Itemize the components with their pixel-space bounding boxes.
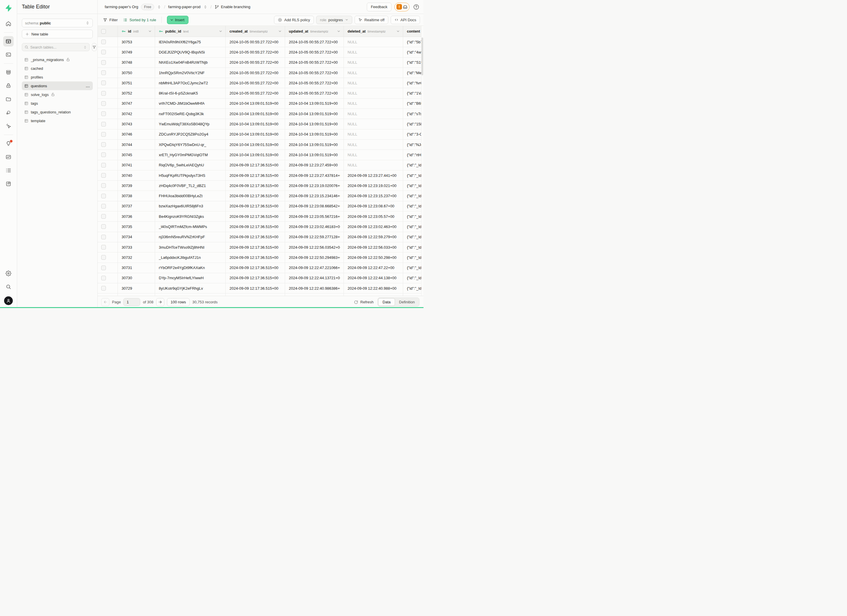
cell-updated_at[interactable]: 2024-09-09 12:23:02.46183+00 xyxy=(285,222,344,231)
cell-updated_at[interactable]: 2024-09-09 12:22:56.03542+00 xyxy=(285,242,344,252)
schema-select[interactable]: schema: public xyxy=(22,19,93,27)
cell-content[interactable]: {"id":"B6tr6eEFLrOVgeUmH xyxy=(403,99,424,109)
cell-created_at[interactable]: 2024-09-09 12:17:36.515+00 xyxy=(226,201,285,211)
cell-deleted_at[interactable]: 2024-09-09 12:23:15.237+00 xyxy=(344,191,403,201)
cell-updated_at[interactable]: 2024-10-05 00:55:27.722+00 xyxy=(285,78,344,88)
sidebar-table-questions[interactable]: questions... xyxy=(22,81,93,90)
cell-content[interactable]: {"id":"_Id9aLyJpMHQLaiQC xyxy=(403,283,424,293)
cell-id[interactable]: 30748 xyxy=(118,57,155,68)
sidebar-item-reports[interactable] xyxy=(3,152,14,162)
cell-updated_at[interactable]: 2024-09-09 12:22:50.294983+00 xyxy=(285,252,344,262)
org-switcher-icon[interactable] xyxy=(157,5,161,9)
row-checkbox[interactable] xyxy=(101,152,106,157)
supabase-logo-icon[interactable] xyxy=(4,3,13,13)
cell-deleted_at[interactable]: 2024-09-09 12:23:27.441+00 xyxy=(344,171,403,180)
cell-public_id[interactable]: zHDq4c0F0VBF_TL2_dBZ1 xyxy=(155,181,226,190)
row-checkbox[interactable] xyxy=(101,122,106,127)
cell-deleted_at[interactable]: 2024-09-09 12:22:40.988+00 xyxy=(344,283,403,293)
cell-public_id[interactable]: 1hnRQjxSRm2V0VticY2NF xyxy=(155,68,226,78)
row-checkbox[interactable] xyxy=(101,235,106,239)
cell-public_id[interactable]: 3muDHTceTWso9IZj8hHNI xyxy=(155,242,226,252)
row-checkbox[interactable] xyxy=(101,132,106,137)
cell-id[interactable]: 30747 xyxy=(118,99,155,109)
cell-content[interactable]: {"id":"_Id9aLyJpMHQLaiQC xyxy=(403,222,424,231)
cell-content[interactable]: {"id":"rtHbLpgB8V11LUK7152 xyxy=(403,150,424,160)
cell-id[interactable]: 30736 xyxy=(118,211,155,221)
select-all-checkbox[interactable] xyxy=(101,29,106,34)
cell-public_id[interactable]: IEfA0sRh9hIXf62Y6ga75 xyxy=(155,37,226,47)
help-button[interactable] xyxy=(412,3,420,11)
page-number-input[interactable] xyxy=(123,298,140,306)
cell-id[interactable]: 30741 xyxy=(118,160,155,170)
prev-page-button[interactable] xyxy=(101,298,109,306)
column-header-deleted_at[interactable]: deleted_attimestamptz xyxy=(344,26,403,37)
row-checkbox[interactable] xyxy=(101,142,106,147)
cell-updated_at[interactable]: 2024-09-09 12:23:27.437814+00 xyxy=(285,171,344,180)
sidebar-table-profiles[interactable]: profiles xyxy=(22,73,93,81)
project-switcher-icon[interactable] xyxy=(203,5,207,9)
cell-updated_at[interactable]: 2024-10-05 00:55:27.722+00 xyxy=(285,88,344,98)
cell-deleted_at[interactable]: 2024-09-09 12:23:02.463+00 xyxy=(344,222,403,231)
cell-public_id[interactable]: xrETl_HyGY0mPMGVqtOTM xyxy=(155,150,226,160)
sidebar-item-realtime[interactable] xyxy=(3,107,14,118)
cell-updated_at[interactable]: 2024-10-05 00:55:27.722+00 xyxy=(285,37,344,47)
cell-created_at[interactable]: 2024-09-09 12:17:36.515+00 xyxy=(226,211,285,221)
cell-public_id[interactable]: FHHUioa3bidd00BHyLeZt xyxy=(155,191,226,201)
cell-public_id[interactable]: XPQwDIqY6Y75SwDnU-qr_ xyxy=(155,140,226,149)
cell-deleted_at[interactable]: NULL xyxy=(344,37,403,47)
cell-updated_at[interactable]: 2024-09-09 12:23:05.567216+00 xyxy=(285,211,344,221)
insert-button[interactable]: Insert xyxy=(167,16,189,24)
cell-id[interactable]: 30751 xyxy=(118,78,155,88)
column-header-id[interactable]: idint8 xyxy=(118,26,155,37)
row-checkbox[interactable] xyxy=(101,163,106,168)
cell-content[interactable]: {"id":"fvrQ1bXoJ6XaAD08G xyxy=(403,78,424,88)
cell-content[interactable]: {"id":"3-O8cn_xPgs0cVxqKE xyxy=(403,130,424,139)
cell-content[interactable]: {"id":"NJe5s8ZmBwnoB6e3s xyxy=(403,140,424,149)
cell-content[interactable]: {"id":"_Id9aLyJpMHQLaiQC xyxy=(403,293,424,296)
next-page-button[interactable] xyxy=(156,298,164,306)
cell-id[interactable]: 30733 xyxy=(118,242,155,252)
cell-updated_at[interactable]: 2024-09-09 12:23:19.020076+00 xyxy=(285,181,344,190)
cell-public_id[interactable]: vrIh7CMD-JtM1bOweMHfA xyxy=(155,99,226,109)
cell-created_at[interactable]: 2024-10-05 00:55:27.722+00 xyxy=(226,68,285,78)
cell-deleted_at[interactable]: NULL xyxy=(344,99,403,109)
cell-id[interactable]: 30742 xyxy=(118,109,155,119)
cell-created_at[interactable]: 2024-10-04 13:09:01.519+00 xyxy=(226,99,285,109)
cell-deleted_at[interactable]: NULL xyxy=(344,68,403,78)
cell-deleted_at[interactable]: NULL xyxy=(344,160,403,170)
cell-content[interactable]: {"id":"5b7j5Pz9WHBNmY_A xyxy=(403,37,424,47)
sidebar-item-advisors[interactable] xyxy=(3,139,14,149)
cell-created_at[interactable]: 2024-09-09 12:17:36.515+00 xyxy=(226,283,285,293)
cell-id[interactable]: 30728 xyxy=(118,293,155,296)
cell-updated_at[interactable]: 2024-10-04 13:09:01.519+00 xyxy=(285,109,344,119)
cell-deleted_at[interactable]: NULL xyxy=(344,47,403,57)
cell-updated_at[interactable]: 2024-09-09 12:23:08.668542+00 xyxy=(285,201,344,211)
row-checkbox[interactable] xyxy=(101,276,106,280)
cell-id[interactable]: 30740 xyxy=(118,171,155,180)
cell-updated_at[interactable]: 2024-10-04 13:09:01.519+00 xyxy=(285,140,344,149)
cell-deleted_at[interactable]: NULL xyxy=(344,150,403,160)
cell-content[interactable]: {"id":"4wyNgK55lOfrpmYZc xyxy=(403,47,424,57)
cell-content[interactable]: {"id":"1VASb3phnXXkQPCpv xyxy=(403,88,424,98)
cell-created_at[interactable]: 2024-09-09 12:17:36.515+00 xyxy=(226,293,285,296)
role-select[interactable]: role postgres xyxy=(316,16,352,24)
sidebar-item-settings[interactable] xyxy=(3,268,14,279)
cell-public_id[interactable]: ZDCunRYJP2CQ5Z8Po2Gy4 xyxy=(155,130,226,139)
refresh-button[interactable]: Refresh xyxy=(354,300,374,304)
cell-deleted_at[interactable]: 2024-09-09 12:23:05.57+00 xyxy=(344,211,403,221)
cell-public_id[interactable]: _La6pddxcKJIbgufATJ1n xyxy=(155,252,226,262)
cell-deleted_at[interactable]: NULL xyxy=(344,109,403,119)
cell-updated_at[interactable]: 2024-09-09 12:22:40.986386+00 xyxy=(285,283,344,293)
cell-id[interactable]: 30745 xyxy=(118,150,155,160)
cell-content[interactable]: {"id":"_Id9aLyJpMHQLaiQC xyxy=(403,263,424,273)
cell-deleted_at[interactable]: NULL xyxy=(344,88,403,98)
sidebar-table-cached[interactable]: cached xyxy=(22,64,93,73)
cell-id[interactable]: 30753 xyxy=(118,37,155,47)
cell-deleted_at[interactable]: NULL xyxy=(344,140,403,149)
row-checkbox[interactable] xyxy=(101,81,106,85)
sidebar-item-home[interactable] xyxy=(3,18,14,29)
cell-content[interactable]: {"id":"_Id9aLyJpMHQLaiQC xyxy=(403,232,424,242)
notifications-button[interactable]: ! xyxy=(394,3,410,11)
cell-public_id[interactable]: nj336mN5reuRVNZrKHFpF xyxy=(155,232,226,242)
cell-created_at[interactable]: 2024-10-04 13:09:01.519+00 xyxy=(226,130,285,139)
